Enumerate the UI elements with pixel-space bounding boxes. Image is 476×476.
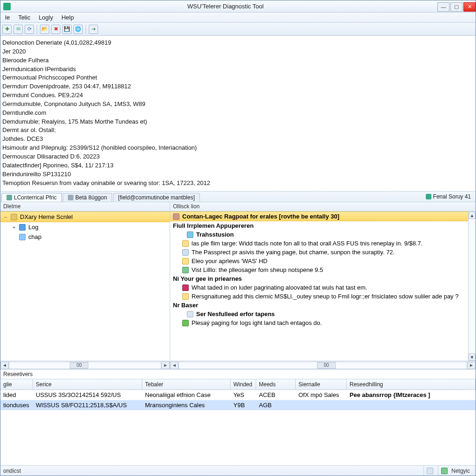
col-winded[interactable]: Winded <box>231 379 256 390</box>
tab-suggon[interactable]: Betá 8úggon <box>63 193 112 202</box>
left-pane-header: Dlelme <box>0 202 170 212</box>
right-hscroll[interactable]: ◄ 00 ► <box>170 361 476 369</box>
col-reseedhilling[interactable]: Reseedhilling <box>347 379 476 390</box>
expand-icon[interactable]: + <box>12 225 16 230</box>
tab-field-comm[interactable]: [field@commutinobe mantbles] <box>113 193 200 202</box>
menu-help[interactable]: Help <box>58 13 78 22</box>
report-item[interactable]: What taded in on luder pagrinating aloov… <box>170 283 468 292</box>
report-item[interactable]: Eleo your aprlews 'WAS' HD <box>170 257 468 265</box>
tab-label: LConterrical Pfric <box>14 194 57 201</box>
table-row[interactable]: lidedUSSUS 3S/3O2142514 592/USNeonaliiga… <box>0 390 476 400</box>
status-left: ondicst <box>3 466 24 476</box>
scroll-left-icon[interactable]: ◄ <box>170 362 178 369</box>
right-vscroll[interactable]: ▲ ▼ <box>468 212 476 361</box>
scroll-right-icon[interactable]: ► <box>161 362 170 369</box>
tree-item[interactable]: chap <box>0 232 170 242</box>
mail-icon[interactable]: ✉ <box>13 25 23 34</box>
scroll-up-icon[interactable]: ▲ <box>469 212 476 219</box>
refresh-icon[interactable]: ⟳ <box>25 25 34 34</box>
toolbar-separator <box>37 25 37 34</box>
grid-title: Reseetivers <box>0 370 476 379</box>
globe-icon <box>182 267 189 273</box>
globe-icon[interactable]: 🌐 <box>73 25 83 34</box>
scroll-thumb[interactable]: 00 <box>317 362 336 369</box>
col-siernalle[interactable]: Siernalle <box>296 379 347 390</box>
window-title: WSU'Telerer Diagnostic Tool <box>13 3 437 10</box>
maximize-button[interactable]: ▢ <box>450 2 463 12</box>
table-row[interactable]: tiondusesWlSSUS S8/FO211;2518,S$A/USMran… <box>0 400 476 410</box>
tree-item[interactable]: −DXary Heme Scnlel <box>0 212 170 222</box>
report-section[interactable]: Nr Baser <box>170 301 468 310</box>
report-text: las ple flim targe: Widd ttacls note fon… <box>192 240 423 247</box>
toolbar: ✚✉⟳📂✖💾🌐➜ <box>0 23 476 36</box>
info-line: Demdumuble; Realyins, 175 Mats Morthe Tu… <box>2 118 474 126</box>
folder-icon <box>11 214 17 220</box>
green-icon <box>182 320 189 326</box>
left-hscroll[interactable]: ◄ 00 ► <box>0 361 170 369</box>
menu-logly[interactable]: Logly <box>35 13 57 22</box>
chap-icon <box>19 234 26 240</box>
report-text: The Passprect pr asivis the yaing page, … <box>192 249 395 256</box>
open-icon[interactable]: 📂 <box>40 25 49 34</box>
report-item[interactable]: las ple flim targe: Widd ttacls note fon… <box>170 239 468 248</box>
page-icon <box>187 311 193 317</box>
report-section[interactable]: Fiull Irrplemen Appupereren <box>170 221 468 230</box>
red-icon <box>182 284 189 291</box>
scroll-right-icon[interactable]: ► <box>467 362 476 369</box>
info-line: Bleroode Fulhera <box>2 56 474 65</box>
info-line: Dalatectfinder] Rporineo, S$4, 11/ 217:1… <box>2 161 474 170</box>
info-line: Derntlundle.com <box>2 109 474 118</box>
right-pane: Ollisck lion Contan-Lagec Ragpoat for er… <box>170 202 476 369</box>
status-right-text: Netgyic <box>451 468 470 474</box>
report-text: Fiull Irrplemen Appupereren <box>173 222 254 229</box>
tree-label: Log <box>28 224 39 231</box>
col-meeds[interactable]: Meeds <box>256 379 296 390</box>
report-text: Rersgnaituneg add this clernic MS$Ll._ou… <box>192 293 458 300</box>
expand-icon[interactable]: − <box>3 214 8 220</box>
report-text: Vist Lilllo: the plleosager fom sheup no… <box>192 266 323 273</box>
title-bar: WSU'Telerer Diagnostic Tool — ▢ ✕ <box>0 0 476 13</box>
tab-icon <box>7 195 12 200</box>
log-icon <box>19 224 26 231</box>
report-text: Plesaý paging for logs ight land tach en… <box>192 319 322 326</box>
tab-contentical[interactable]: LConterrical Pfric <box>1 193 62 202</box>
info-line: Jothdes. DCE3 <box>2 135 474 144</box>
scroll-left-icon[interactable]: ◄ <box>0 362 9 369</box>
col-serice[interactable]: Serice <box>33 379 142 390</box>
scroll-vtrack[interactable] <box>469 219 476 353</box>
scroll-track[interactable]: 00 <box>9 362 161 369</box>
report-section[interactable]: Ni Your gee in priearnes <box>170 274 468 283</box>
tab-right-status[interactable]: Fenal Soruy 41 <box>422 192 475 202</box>
tree-item[interactable]: +Log <box>0 222 170 232</box>
minimize-button[interactable]: — <box>437 2 450 12</box>
table-cell: Y9B <box>231 400 256 410</box>
delete-icon[interactable]: ✖ <box>51 25 60 34</box>
menu-telic[interactable]: Telic <box>14 13 34 22</box>
scroll-track[interactable]: 00 <box>178 362 467 369</box>
report-item[interactable]: Rersgnaituneg add this clernic MS$Ll._ou… <box>170 292 468 301</box>
table-cell <box>347 400 476 410</box>
grid-header: glie Serice Tebaler Winded Meeds Siernal… <box>0 379 476 390</box>
col-tebaler[interactable]: Tebaler <box>142 379 231 390</box>
report-item[interactable]: Plesaý paging for logs ight land tach en… <box>170 318 468 327</box>
col-glie[interactable]: glie <box>0 379 33 390</box>
flask-icon <box>187 231 193 238</box>
close-button[interactable]: ✕ <box>463 2 476 12</box>
report-sub[interactable]: Ser Nesfulleed erfor tapens <box>170 310 468 318</box>
tree-label: chap <box>28 233 41 240</box>
report-item[interactable]: The Passprect pr asivis the yaing page, … <box>170 248 468 257</box>
scroll-down-icon[interactable]: ▼ <box>469 353 476 361</box>
forward-icon[interactable]: ➜ <box>89 25 98 34</box>
report-text: Nr Baser <box>173 302 198 309</box>
save-icon[interactable]: 💾 <box>62 25 72 34</box>
table-cell: AGB <box>256 400 296 410</box>
report-item[interactable]: Vist Lilllo: the plleosager fom sheup no… <box>170 265 468 274</box>
warn-icon <box>182 258 189 264</box>
tab-label: Betá 8úggon <box>75 194 107 201</box>
scroll-thumb[interactable]: 00 <box>70 362 88 369</box>
warn-icon <box>182 293 189 300</box>
menu-file[interactable]: le <box>1 13 13 22</box>
report-sub[interactable]: Trahsstusion <box>170 230 468 239</box>
report-title-row[interactable]: Contan-Lagec Ragpoat for erales [rovthe … <box>170 212 468 221</box>
new-icon[interactable]: ✚ <box>2 25 12 34</box>
